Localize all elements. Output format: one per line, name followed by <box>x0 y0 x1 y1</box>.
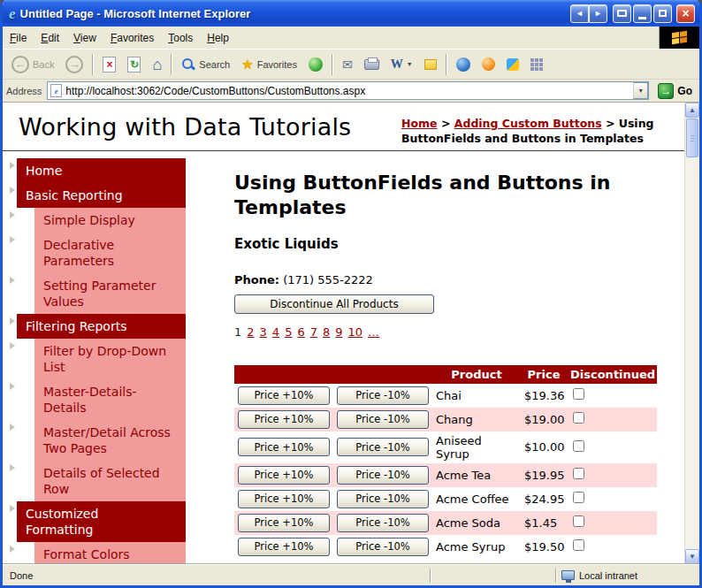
pager-page-2[interactable]: 2 <box>247 325 254 339</box>
sidebar-item-home: Home <box>10 158 186 183</box>
address-input[interactable] <box>62 82 633 99</box>
price-up-button[interactable]: Price +10% <box>238 490 330 508</box>
menu-help[interactable]: Help <box>200 27 236 49</box>
chat-button[interactable] <box>501 57 524 73</box>
price-up-button[interactable]: Price +10% <box>238 386 330 405</box>
forward-button[interactable]: → <box>60 54 88 75</box>
price-up-button[interactable]: Price +10% <box>238 538 330 556</box>
go-icon: → <box>658 83 674 99</box>
edit-button[interactable]: W ▼ <box>385 57 418 73</box>
nav-right-button[interactable]: ► <box>589 4 607 23</box>
discontinued-checkbox[interactable] <box>573 468 584 479</box>
discontinued-checkbox[interactable] <box>573 515 584 527</box>
toolbar-separator <box>332 54 333 75</box>
messenger-icon <box>482 57 495 71</box>
maximize-button[interactable] <box>653 4 672 23</box>
back-icon: ← <box>11 56 29 73</box>
price-down-button[interactable]: Price -10% <box>337 538 429 556</box>
breadcrumb-link-adding-custom-buttons[interactable]: Adding Custom Buttons <box>454 117 602 130</box>
toolbar: ← Back → × ↻ ⌂ Search ★ Favorites ✉ <box>3 50 699 80</box>
nav-left-button[interactable]: ◄ <box>570 4 589 23</box>
price-down-button[interactable]: Price -10% <box>337 386 429 405</box>
discontinued-checkbox[interactable] <box>573 539 584 551</box>
browser-viewport: Working with Data Tutorials Home > Addin… <box>3 103 699 564</box>
stop-icon: × <box>103 57 116 73</box>
discontinued-checkbox[interactable] <box>573 440 584 452</box>
window-title: Untitled Page - Microsoft Internet Explo… <box>20 7 566 20</box>
mail-button[interactable]: ✉ <box>337 57 358 73</box>
close-button[interactable]: × <box>676 4 695 23</box>
back-button[interactable]: ← Back <box>6 54 59 75</box>
menu-tools[interactable]: Tools <box>161 27 200 49</box>
discontinue-all-button[interactable]: Discontinue All Products <box>234 294 434 314</box>
discontinued-checkbox[interactable] <box>573 388 584 400</box>
price-down-button[interactable]: Price -10% <box>337 514 429 532</box>
pager-ellipsis[interactable]: … <box>368 325 379 339</box>
supplier-name: Exotic Liquids <box>234 236 661 252</box>
print-button[interactable] <box>359 57 385 72</box>
sidebar-arrow-icon <box>10 277 15 284</box>
minimize-button[interactable] <box>633 4 652 23</box>
pager-page-9[interactable]: 9 <box>335 325 342 339</box>
addon-grid-button[interactable] <box>525 57 548 73</box>
scrollbar-thumb[interactable] <box>686 118 698 157</box>
product-cell: Acme Tea <box>432 463 521 487</box>
home-button[interactable]: ⌂ <box>147 55 167 74</box>
menu-edit[interactable]: Edit <box>34 27 66 49</box>
ie-throbber <box>659 27 699 49</box>
breadcrumb-separator: > <box>441 117 450 130</box>
favorites-button[interactable]: ★ Favorites <box>236 56 302 73</box>
breadcrumb-link-home[interactable]: Home <box>401 117 438 130</box>
discontinued-checkbox[interactable] <box>573 412 584 424</box>
sidebar-item-simple-display: Simple Display <box>10 208 186 233</box>
pager-page-6[interactable]: 6 <box>297 325 304 339</box>
discontinued-checkbox[interactable] <box>573 492 584 503</box>
pager-page-4[interactable]: 4 <box>272 325 279 339</box>
status-text: Done <box>10 570 33 581</box>
address-bar: Address e ▼ → Go <box>3 80 699 103</box>
discuss-button[interactable] <box>419 57 442 72</box>
scrollbar-track[interactable] <box>685 118 699 549</box>
price-up-button[interactable]: Price +10% <box>238 466 330 485</box>
media-button[interactable] <box>303 56 328 73</box>
refresh-button[interactable]: ↻ <box>122 55 146 74</box>
go-button[interactable]: → Go <box>654 82 696 100</box>
price-up-button[interactable]: Price +10% <box>238 410 330 429</box>
pager-page-10[interactable]: 10 <box>348 325 363 339</box>
fullscreen-button[interactable] <box>613 4 631 23</box>
vertical-scrollbar[interactable]: ▲ ▼ <box>684 103 699 564</box>
table-row: Price +10% Price -10% Acme Syrup $19.50 <box>234 535 657 559</box>
price-up-button[interactable]: Price +10% <box>238 514 330 532</box>
scroll-down-button[interactable]: ▼ <box>685 549 699 564</box>
pager-page-8[interactable]: 8 <box>323 325 330 339</box>
stop-button[interactable]: × <box>97 55 121 74</box>
status-bar: Done Local intranet <box>3 564 699 585</box>
scroll-up-button[interactable]: ▲ <box>685 103 699 118</box>
menu-file[interactable]: File <box>3 27 34 49</box>
browser-window: e Untitled Page - Microsoft Internet Exp… <box>0 0 702 588</box>
sidebar: Home Basic Reporting Simple Display Decl… <box>10 158 186 564</box>
address-dropdown-button[interactable]: ▼ <box>633 82 648 99</box>
menu-spacer <box>236 27 659 49</box>
pager-page-7[interactable]: 7 <box>310 325 317 339</box>
messenger-button[interactable] <box>477 56 500 73</box>
price-down-button[interactable]: Price -10% <box>337 466 429 485</box>
sidebar-item-declarative-parameters: Declarative Parameters <box>10 233 186 273</box>
table-row: Price +10% Price -10% Aniseed Syrup $10.… <box>234 431 657 463</box>
phone-label: Phone: <box>234 273 279 286</box>
research-button[interactable] <box>451 56 476 73</box>
price-cell: $1.45 <box>521 511 567 535</box>
pager-page-5[interactable]: 5 <box>285 325 292 339</box>
table-header-row: Product Price Discontinued <box>234 365 657 384</box>
sidebar-arrow-icon <box>10 424 15 431</box>
search-button[interactable]: Search <box>176 56 235 73</box>
menu-favorites[interactable]: Favorites <box>103 27 161 49</box>
menu-view[interactable]: View <box>66 27 103 49</box>
products-table: Product Price Discontinued Price +10% Pr… <box>234 365 657 559</box>
price-down-button[interactable]: Price -10% <box>337 410 429 429</box>
pager-page-3[interactable]: 3 <box>260 325 267 339</box>
price-down-button[interactable]: Price -10% <box>337 490 429 508</box>
price-up-button[interactable]: Price +10% <box>238 438 330 456</box>
minimize-icon <box>638 17 646 19</box>
price-down-button[interactable]: Price -10% <box>337 438 429 456</box>
